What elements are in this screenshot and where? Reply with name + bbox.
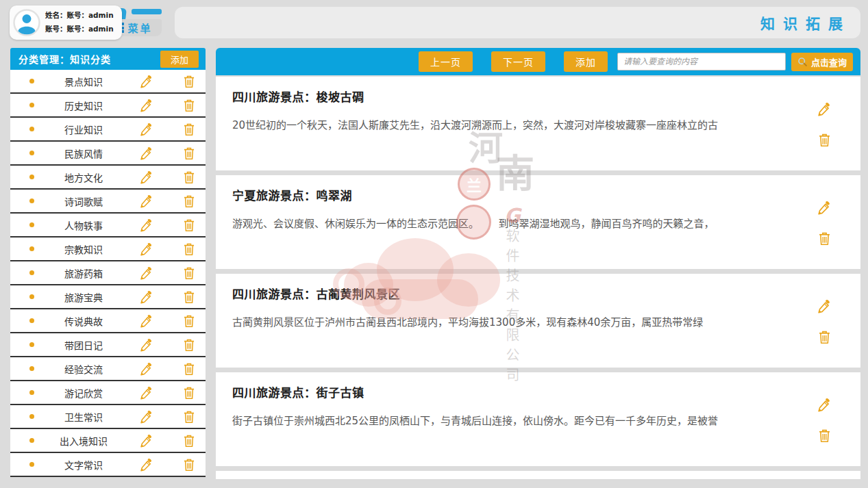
category-delete-button[interactable] (182, 290, 196, 305)
delete-trash-icon (182, 242, 196, 257)
category-delete-button[interactable] (182, 146, 196, 161)
article-edit-button[interactable] (817, 200, 832, 216)
category-edit-button[interactable] (140, 433, 153, 448)
category-row[interactable]: 行业知识 (10, 118, 206, 142)
category-edit-button[interactable] (140, 146, 153, 161)
edit-pencil-icon (140, 409, 153, 424)
article-delete-button[interactable] (817, 428, 832, 444)
category-row[interactable]: 传说典故 (10, 309, 206, 333)
category-delete-button[interactable] (182, 218, 196, 233)
article-card: 四川旅游景点：梭坡古碉 20世纪初的一个秋天，法国人斯廉艾先生，沿大渡河溯源而上… (216, 77, 860, 170)
article-delete-button[interactable] (817, 132, 832, 148)
sidebar-title: 分类管理：知识分类 (18, 52, 111, 66)
category-label: 卫生常识 (38, 410, 129, 424)
bullet-icon (29, 462, 34, 467)
category-delete-button[interactable] (182, 98, 196, 113)
category-row[interactable]: 人物轶事 (10, 214, 206, 237)
edit-pencil-icon (140, 290, 153, 305)
category-delete-button[interactable] (182, 313, 196, 329)
category-edit-button[interactable] (140, 194, 153, 209)
category-row[interactable]: 游记欣赏 (10, 381, 206, 405)
category-row[interactable]: 历史知识 (10, 94, 206, 118)
category-delete-button[interactable] (182, 337, 196, 352)
article-list: 四川旅游景点：梭坡古碉 20世纪初的一个秋天，法国人斯廉艾先生，沿大渡河溯源而上… (216, 77, 860, 466)
category-delete-button[interactable] (182, 361, 196, 376)
article-delete-button[interactable] (817, 231, 832, 246)
category-row[interactable]: 出入境知识 (10, 429, 206, 453)
article-edit-button[interactable] (817, 397, 832, 413)
category-edit-button[interactable] (140, 409, 153, 424)
category-row[interactable]: 民族风情 (10, 142, 206, 166)
article-actions (817, 200, 832, 246)
category-delete-button[interactable] (182, 433, 196, 448)
category-edit-button[interactable] (140, 74, 153, 89)
category-delete-button[interactable] (182, 74, 196, 89)
article-edit-button[interactable] (817, 298, 832, 314)
category-label: 诗词歌赋 (38, 194, 129, 208)
category-delete-button[interactable] (182, 122, 196, 137)
article-excerpt: 古蔺黄荆风景区位于泸州市古蔺县西北部境内，平均海拔1300多米，现有森林40余万… (232, 315, 785, 331)
category-edit-button[interactable] (140, 457, 153, 472)
edit-pencil-icon (140, 74, 153, 89)
category-label: 人物轶事 (38, 218, 129, 232)
category-edit-button[interactable] (140, 218, 153, 233)
category-row[interactable]: 宗教知识 (10, 237, 206, 261)
article-edit-button[interactable] (817, 101, 832, 117)
article-title: 四川旅游景点：街子古镇 (232, 383, 364, 400)
search-button-label: 点击查询 (811, 55, 847, 68)
category-edit-button[interactable] (140, 242, 153, 257)
article-excerpt: 街子古镇位于崇州城西北25公里的凤栖山下，与青城后山连接，依山傍水。距今已有一千… (232, 413, 785, 429)
category-edit-button[interactable] (140, 98, 153, 113)
search-button[interactable]: 点击查询 (791, 53, 853, 71)
app-root: 知识拓展 姓名：账号：admin 账号：账号：admin 菜单 分类管理：知识分… (0, 0, 868, 488)
category-edit-button[interactable] (140, 266, 153, 281)
category-delete-button[interactable] (182, 170, 196, 185)
category-row[interactable]: 经验交流 (10, 357, 206, 381)
article-title: 四川旅游景点：梭坡古碉 (232, 88, 364, 105)
category-edit-button[interactable] (140, 361, 153, 376)
bullet-icon (29, 222, 34, 227)
delete-trash-icon (817, 428, 832, 444)
category-edit-button[interactable] (140, 290, 153, 305)
category-delete-button[interactable] (182, 266, 196, 281)
category-add-button[interactable]: 添加 (160, 51, 199, 68)
category-label: 旅游药箱 (38, 266, 129, 280)
category-edit-button[interactable] (140, 337, 153, 352)
category-row[interactable]: 景点知识 (10, 70, 206, 94)
edit-pencil-icon (140, 457, 153, 472)
category-row[interactable]: 带团日记 (10, 333, 206, 357)
delete-trash-icon (182, 98, 196, 113)
category-edit-button[interactable] (140, 385, 153, 400)
category-delete-button[interactable] (182, 194, 196, 209)
article-add-button[interactable]: 添加 (564, 51, 608, 72)
prev-page-button[interactable]: 上一页 (419, 51, 473, 72)
next-page-button[interactable]: 下一页 (491, 51, 545, 72)
category-row[interactable]: 诗词歌赋 (10, 190, 206, 214)
article-card: 宁夏旅游景点：鸣翠湖 游观光、会议度假、休闲娱乐为一体的生态示范园区。 到鸣翠湖… (216, 175, 860, 269)
search-input[interactable] (617, 53, 786, 70)
edit-pencil-icon (140, 146, 153, 161)
category-row[interactable]: 卫生常识 (10, 405, 206, 429)
article-delete-button[interactable] (817, 329, 832, 345)
delete-trash-icon (182, 290, 196, 305)
user-account-line: 账号：账号：admin (45, 23, 114, 36)
menu-label: 菜单 (127, 21, 152, 35)
category-delete-button[interactable] (182, 457, 196, 472)
category-edit-button[interactable] (140, 170, 153, 185)
category-delete-button[interactable] (182, 242, 196, 257)
category-row[interactable]: 地方文化 (10, 166, 206, 190)
category-edit-button[interactable] (140, 313, 153, 329)
category-row[interactable]: 文字常识 (10, 453, 206, 477)
category-label: 带团日记 (38, 338, 129, 352)
bullet-icon (29, 390, 34, 395)
user-info: 姓名：账号：admin 账号：账号：admin (45, 9, 114, 36)
search-icon (797, 57, 808, 67)
category-row[interactable]: 旅游宝典 (10, 285, 206, 309)
category-label: 旅游宝典 (38, 290, 129, 304)
category-edit-button[interactable] (140, 122, 153, 137)
category-delete-button[interactable] (182, 385, 196, 400)
category-delete-button[interactable] (182, 409, 196, 424)
bullet-icon (29, 342, 34, 347)
category-sidebar: 分类管理：知识分类 添加 景点知识 历史知识 (10, 48, 206, 479)
category-row[interactable]: 旅游药箱 (10, 261, 206, 285)
